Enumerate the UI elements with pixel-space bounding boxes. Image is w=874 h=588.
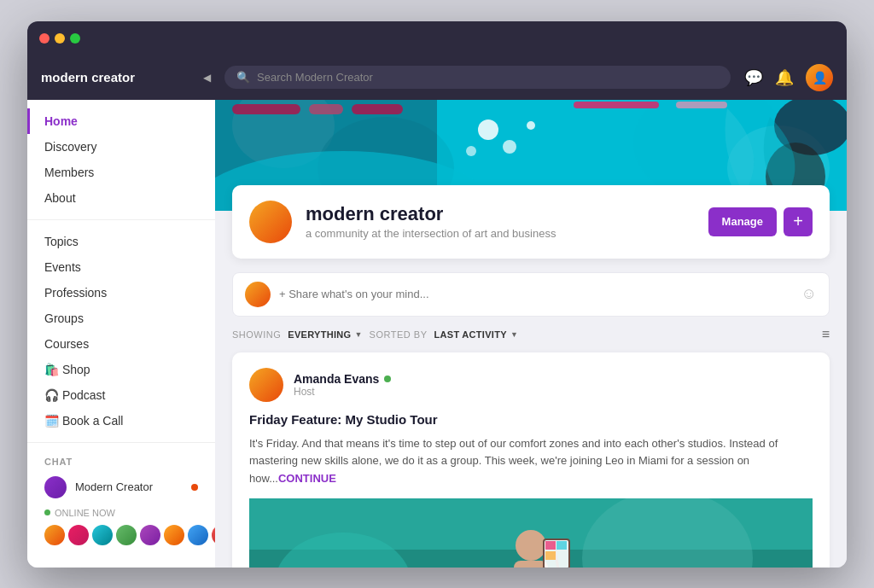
sidebar-item-professions[interactable]: Professions xyxy=(27,280,215,306)
showing-label: SHOWING xyxy=(232,329,281,340)
svg-rect-30 xyxy=(556,541,567,550)
sidebar-item-topics[interactable]: Topics xyxy=(27,229,215,254)
showing-filter-button[interactable]: EVERYTHING ▼ xyxy=(288,329,362,340)
maximize-button[interactable] xyxy=(70,33,80,44)
community-tagline: a community at the intersection of art a… xyxy=(306,227,695,240)
sidebar: Home Discovery Members About Topics Even… xyxy=(27,100,215,568)
online-avatar-6 xyxy=(164,525,184,545)
window-controls xyxy=(39,33,80,44)
svg-point-24 xyxy=(516,530,546,561)
community-info: modern creator a community at the inters… xyxy=(306,203,695,240)
search-bar[interactable]: 🔍 xyxy=(224,66,731,89)
chat-notification-dot xyxy=(191,484,198,491)
online-avatar-3 xyxy=(92,525,113,545)
sorted-filter-button[interactable]: LAST ACTIVITY ▼ xyxy=(434,329,518,340)
post-thumbnail xyxy=(249,498,813,568)
sidebar-divider-2 xyxy=(27,442,215,443)
community-actions: Manage + xyxy=(708,207,813,236)
post-card: Amanda Evans Host Friday Feature: My Stu… xyxy=(232,352,830,568)
svg-rect-29 xyxy=(545,541,556,550)
sidebar-item-about[interactable]: About xyxy=(27,185,215,211)
app-body: modern creator ◀ 🔍 💬 🔔 👤 Home Discovery … xyxy=(27,55,847,568)
topnav: modern creator ◀ 🔍 💬 🔔 👤 xyxy=(27,55,847,100)
showing-value: EVERYTHING xyxy=(288,329,351,340)
sidebar-item-discovery[interactable]: Discovery xyxy=(27,134,215,160)
online-avatar-5 xyxy=(140,525,160,545)
online-avatars xyxy=(27,521,215,549)
chat-item-modern-creator[interactable]: Modern Creator xyxy=(27,470,215,504)
post-author-name: Amanda Evans xyxy=(294,372,379,386)
svg-point-9 xyxy=(466,146,476,156)
svg-rect-16 xyxy=(574,102,659,108)
share-box: ☺ xyxy=(232,272,830,317)
svg-point-10 xyxy=(527,121,535,130)
sidebar-item-book-a-call[interactable]: 🗓️ Book a Call xyxy=(27,408,215,434)
messages-icon[interactable]: 💬 xyxy=(744,68,763,87)
share-input[interactable] xyxy=(279,288,793,300)
filter-bar: SHOWING EVERYTHING ▼ SORTED BY LAST ACTI… xyxy=(232,327,830,342)
titlebar xyxy=(27,21,847,55)
post-author-online-dot xyxy=(384,376,391,382)
community-name: modern creator xyxy=(306,203,695,225)
content-area: modern creator a community at the inters… xyxy=(215,100,847,568)
share-avatar xyxy=(245,282,271,307)
emoji-button[interactable]: ☺ xyxy=(801,285,817,303)
showing-chevron-icon: ▼ xyxy=(354,330,362,339)
sidebar-item-courses[interactable]: Courses xyxy=(27,331,215,357)
community-avatar xyxy=(249,201,292,243)
sidebar-divider-1 xyxy=(27,219,215,220)
brand-logo[interactable]: modern creator xyxy=(41,70,203,84)
svg-rect-17 xyxy=(676,102,727,108)
post-body: It's Friday. And that means it's time to… xyxy=(249,435,813,488)
chat-name: Modern Creator xyxy=(75,480,183,493)
post-header: Amanda Evans Host xyxy=(249,368,813,402)
topnav-icons: 💬 🔔 👤 xyxy=(744,64,833,91)
app-window: modern creator ◀ 🔍 💬 🔔 👤 Home Discovery … xyxy=(27,21,847,568)
sorted-label: SORTED BY xyxy=(370,329,428,340)
online-now-label: ONLINE NOW xyxy=(27,504,215,521)
svg-point-8 xyxy=(503,140,516,154)
post-author-info: Amanda Evans Host xyxy=(294,372,391,398)
add-button[interactable]: + xyxy=(784,207,813,236)
main-area: Home Discovery Members About Topics Even… xyxy=(27,100,847,568)
list-view-icon[interactable]: ≡ xyxy=(822,327,830,342)
community-card: modern creator a community at the inters… xyxy=(232,185,830,259)
online-avatar-2 xyxy=(68,525,89,545)
chat-avatar xyxy=(44,476,67,498)
online-status-dot xyxy=(44,509,50,515)
close-button[interactable] xyxy=(39,33,50,44)
minimize-button[interactable] xyxy=(55,33,65,44)
chat-section-label: CHAT xyxy=(27,451,215,470)
sidebar-item-podcast[interactable]: 🎧 Podcast xyxy=(27,382,215,408)
post-author-row: Amanda Evans xyxy=(294,372,391,386)
sidebar-item-home[interactable]: Home xyxy=(27,108,215,134)
post-author-role: Host xyxy=(294,386,391,398)
search-icon: 🔍 xyxy=(236,71,250,84)
manage-button[interactable]: Manage xyxy=(708,207,777,236)
online-avatar-7 xyxy=(188,525,208,545)
post-author-avatar xyxy=(249,368,283,402)
sidebar-item-groups[interactable]: Groups xyxy=(27,306,215,331)
post-title: Friday Feature: My Studio Tour xyxy=(249,412,813,427)
sidebar-collapse-button[interactable]: ◀ xyxy=(203,72,211,84)
sidebar-item-events[interactable]: Events xyxy=(27,254,215,280)
user-avatar[interactable]: 👤 xyxy=(806,64,833,91)
svg-point-7 xyxy=(478,119,498,140)
notifications-icon[interactable]: 🔔 xyxy=(775,68,794,87)
sorted-chevron-icon: ▼ xyxy=(510,330,518,339)
svg-rect-31 xyxy=(545,551,556,560)
online-avatar-1 xyxy=(44,525,65,545)
search-input[interactable] xyxy=(257,71,719,84)
post-continue-link[interactable]: CONTINUE xyxy=(278,472,336,485)
sidebar-item-shop[interactable]: 🛍️ Shop xyxy=(27,357,215,382)
online-avatar-4 xyxy=(116,525,137,545)
sorted-value: LAST ACTIVITY xyxy=(434,329,506,340)
sidebar-item-members[interactable]: Members xyxy=(27,160,215,185)
